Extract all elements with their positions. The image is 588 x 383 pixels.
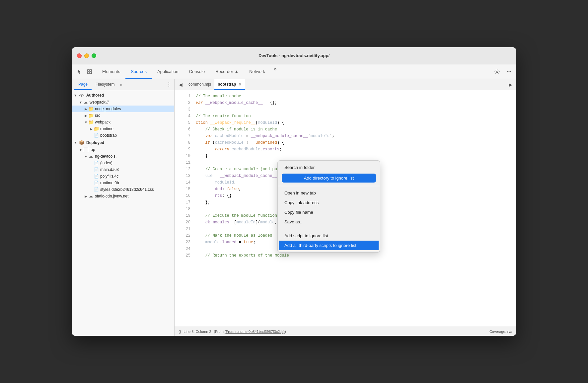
polyfills-file-icon: 📄 <box>94 174 99 179</box>
titlebar: DevTools - ng-devtools.netlify.app/ <box>72 47 516 64</box>
tab-elements[interactable]: Elements <box>97 65 125 79</box>
ng-devtools-arrow: ▼ <box>84 155 88 158</box>
source-label: (From (From runtime.0b841bad3967f3c2.js)… <box>214 330 286 334</box>
panel-tabs: Page Filesystem » ⋮ <box>72 79 174 90</box>
item-main[interactable]: ▶ 📄 main.da63 <box>72 166 174 173</box>
item-runtime[interactable]: ▶ 📁 runtime <box>72 125 174 132</box>
code-line-9: 9 return cachedModule.exports; <box>175 146 516 153</box>
tab-page[interactable]: Page <box>74 79 92 90</box>
item-webpack-folder[interactable]: ▼ 📁 webpack <box>72 119 174 125</box>
webpack-arrow: ▼ <box>78 101 83 104</box>
ctx-save-as[interactable]: Save as... <box>279 217 379 227</box>
item-bootstrap[interactable]: ▶ 📄 bootstrap <box>72 132 174 139</box>
node-modules-arrow: ▶ <box>84 107 88 111</box>
coverage-label: Coverage: n/a <box>489 330 512 334</box>
webpack-label: webpack:// <box>90 100 109 105</box>
ctx-section-middle: Open in new tab Copy link address Copy f… <box>278 186 380 229</box>
window-title: DevTools - ng-devtools.netlify.app/ <box>258 53 330 58</box>
ctx-copy-link[interactable]: Copy link address <box>279 198 379 207</box>
src-folder-icon: 📁 <box>88 113 94 118</box>
collapse-editor-btn[interactable]: ▶ <box>506 80 515 89</box>
code-line-8: 8 if (cachedModule !== undefined) { <box>175 139 516 146</box>
cursor-position: Line 8, Column 2 <box>184 330 211 334</box>
inspect-icon[interactable] <box>85 67 94 76</box>
runtime-dep-file-icon: 📄 <box>94 180 99 186</box>
ctx-section-bottom: Add script to ignore list Add all third-… <box>278 229 380 252</box>
ctx-add-directory-btn[interactable]: Add directory to ignore list <box>282 174 376 183</box>
tab-recorder[interactable]: Recorder ▲ <box>210 65 244 79</box>
tab-sources[interactable]: Sources <box>125 65 152 79</box>
editor-tab-common[interactable]: common.mjs <box>185 79 214 90</box>
item-node-modules[interactable]: ▶ 📁 node_modules <box>72 106 174 112</box>
index-file-icon: 📄 <box>94 160 99 166</box>
editor-tab-bootstrap[interactable]: bootstrap × <box>214 79 245 90</box>
svg-rect-0 <box>88 70 89 71</box>
ctx-add-all-third-party[interactable]: Add all third-party scripts to ignore li… <box>279 241 379 250</box>
ng-devtools-cloud-icon: ☁ <box>88 154 94 159</box>
item-styles[interactable]: ▶ 📄 styles.d3e2b24618d2c641.css <box>72 186 174 193</box>
toolbar-icons <box>74 64 97 79</box>
item-src[interactable]: ▶ 📁 src <box>72 112 174 119</box>
customize-icon[interactable] <box>504 67 514 76</box>
webpack-folder-icon: 📁 <box>88 119 94 125</box>
webpack-folder-arrow: ▼ <box>84 120 88 124</box>
code-line-10: 10 } <box>175 153 516 159</box>
item-ng-devtools[interactable]: ▼ ☁ ng-devtools. <box>72 153 174 160</box>
code-line-25: 25 // Return the exports of the module <box>175 252 516 259</box>
minimize-button[interactable] <box>84 53 89 58</box>
tab-console[interactable]: Console <box>184 65 210 79</box>
styles-file-icon: 📄 <box>94 187 99 192</box>
tab-close-icon[interactable]: × <box>239 82 241 87</box>
more-panel-tabs-icon[interactable]: » <box>120 82 122 87</box>
tab-filesystem[interactable]: Filesystem <box>92 79 118 90</box>
devtools-window: DevTools - ng-devtools.netlify.app/ Elem… <box>72 47 516 336</box>
code-line-4: 4 // The require function <box>175 113 516 119</box>
ctx-section-top: Search in folder Add directory to ignore… <box>278 161 380 186</box>
top-arrow: ▼ <box>78 148 83 152</box>
statusbar-left: {} Line 8, Column 2 (From (From runtime.… <box>179 330 286 334</box>
panel-kebab-menu[interactable]: ⋮ <box>166 81 172 88</box>
ctx-copy-filename[interactable]: Copy file name <box>279 207 379 217</box>
tab-application[interactable]: Application <box>152 65 184 79</box>
bootstrap-label: bootstrap <box>100 133 117 138</box>
more-tabs-icon[interactable]: » <box>270 64 280 74</box>
cursor-icon[interactable] <box>74 67 84 76</box>
right-container: ◀ common.mjs bootstrap × ▶ 1 <box>175 79 516 336</box>
code-line-2: 2 var __webpack_module_cache__ = {}; <box>175 100 516 106</box>
ctx-open-new-tab[interactable]: Open in new tab <box>279 188 379 198</box>
ctx-search-folder[interactable]: Search in folder <box>279 163 379 172</box>
source-link[interactable]: (From runtime.0b841bad3967f3c2.js) <box>225 330 285 334</box>
ng-devtools-label: ng-devtools. <box>95 154 116 159</box>
tab-network[interactable]: Network <box>244 65 270 79</box>
src-arrow: ▶ <box>84 114 88 117</box>
main-label: main.da63 <box>100 167 119 172</box>
code-line-6: 6 // Check if module is in cache <box>175 126 516 133</box>
item-polyfills[interactable]: ▶ 📄 polyfills.4c <box>72 173 174 180</box>
deployed-label: Deployed <box>86 140 104 145</box>
collapse-sidebar-btn[interactable]: ◀ <box>176 80 185 89</box>
section-deployed[interactable]: ▼ 📦 Deployed <box>72 139 174 146</box>
editor-tabs: ◀ common.mjs bootstrap × ▶ <box>175 79 516 90</box>
format-icon[interactable]: {} <box>179 330 181 334</box>
settings-icon[interactable] <box>492 67 502 76</box>
code-line-5: 5 ction __webpack_require__(moduleId) { <box>175 119 516 126</box>
item-top[interactable]: ▼ top <box>72 146 174 153</box>
ctx-add-script[interactable]: Add script to ignore list <box>279 231 379 241</box>
static-cdn-label: static-cdn.jtvnw.net <box>95 194 128 198</box>
main-file-icon: 📄 <box>94 167 99 172</box>
item-runtime-deployed[interactable]: ▶ 📄 runtime.0b <box>72 180 174 186</box>
item-webpack[interactable]: ▼ ☁ webpack:// <box>72 99 174 106</box>
left-panel: Page Filesystem » ⋮ ▼ </> Authored <box>72 79 175 336</box>
tabbar-right-actions <box>492 64 514 79</box>
authored-label: Authored <box>86 93 104 98</box>
item-index[interactable]: ▶ 📄 (index) <box>72 160 174 166</box>
bootstrap-file-icon: 📄 <box>94 133 99 138</box>
close-button[interactable] <box>77 53 82 58</box>
main-tabbar: Elements Sources Application Console Rec… <box>72 64 516 79</box>
item-static-cdn[interactable]: ▶ ☁ static-cdn.jtvnw.net <box>72 193 174 199</box>
deployed-arrow: ▼ <box>73 141 78 144</box>
maximize-button[interactable] <box>92 53 96 58</box>
node-modules-label: node_modules <box>95 107 121 111</box>
section-authored[interactable]: ▼ </> Authored <box>72 92 174 99</box>
src-label: src <box>95 113 100 118</box>
